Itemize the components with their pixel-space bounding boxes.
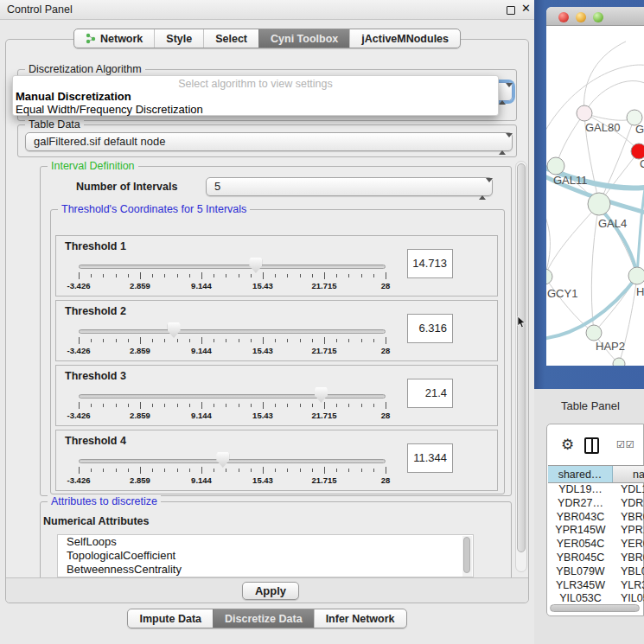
num-intervals-combobox[interactable]: 5 <box>206 177 493 196</box>
threshold-label: Threshold 4 <box>65 435 126 447</box>
cell-shared-name: YDR27… <box>548 497 613 511</box>
table-data-value: galFiltered.sif default node <box>34 135 165 148</box>
threshold-row: Threshold 1-3.4262.8599.14415.4321.71528… <box>55 235 498 296</box>
algorithm-group-title: Discretization Algorithm <box>25 63 145 75</box>
network-frame: GAL80G.CGAL11GAL4GCY1HHAP2 <box>534 0 644 389</box>
threshold-value-field[interactable]: 11.344 <box>407 443 453 473</box>
network-node[interactable] <box>588 193 610 215</box>
numerical-attributes-label: Numerical Attributes <box>43 515 149 527</box>
tab-discretize-data[interactable]: Discretize Data <box>213 609 314 628</box>
control-panel-tabs: NetworkStyleSelectCyni ToolboxjActiveMNo… <box>0 29 534 48</box>
cell-name: YDL19 <box>613 483 644 497</box>
scrollbar-thumb[interactable] <box>517 163 526 552</box>
table-row[interactable]: YDR27…YDR27 <box>548 497 644 511</box>
network-node[interactable] <box>547 157 564 175</box>
table-row[interactable]: YDL19…YDL19 <box>548 483 644 497</box>
network-node[interactable] <box>546 269 552 284</box>
node-table: shared… na YDL19…YDL19YDR27…YDR27YBR043C… <box>548 465 644 606</box>
float-window-icon[interactable] <box>507 6 515 15</box>
slider-thumb[interactable] <box>168 322 181 338</box>
network-node[interactable] <box>577 105 592 121</box>
table-header-row: shared… na <box>548 465 644 483</box>
tab-style[interactable]: Style <box>154 29 203 48</box>
tab-network[interactable]: Network <box>74 29 154 48</box>
combo-stepper-icon <box>499 136 507 153</box>
cell-shared-name: YBR043C <box>548 511 613 525</box>
algorithm-dropdown-popup: Select algorithm to view settings Manual… <box>12 75 499 116</box>
tab-label: Style <box>166 33 192 45</box>
tab-jactivemnodules[interactable]: jActiveMNodules <box>349 29 460 48</box>
attribute-list-item[interactable]: BetweennessCentrality <box>58 563 473 577</box>
tab-cyni-toolbox[interactable]: Cyni Toolbox <box>258 29 349 48</box>
network-edge[interactable] <box>637 156 644 275</box>
table-row[interactable]: YLR345WYLR34 <box>548 579 644 593</box>
tab-infer-network[interactable]: Infer Network <box>314 609 406 628</box>
table-panel: Table Panel ⚙ ☑☑ shared… na YDL19…YDL19Y… <box>534 389 644 644</box>
control-panel-titlebar: Control Panel ✕ <box>0 0 534 20</box>
zoom-traffic-light-icon[interactable] <box>593 12 603 22</box>
network-node[interactable] <box>613 358 625 366</box>
apply-button[interactable]: Apply <box>242 582 299 600</box>
tab-select[interactable]: Select <box>203 29 258 48</box>
table-data-combobox[interactable]: galFiltered.sif default node <box>25 132 513 151</box>
threshold-value-field[interactable]: 6.316 <box>407 314 453 343</box>
slider-track[interactable] <box>79 265 386 269</box>
algorithm-option[interactable]: Equal Width/Frequency Discretization <box>13 103 498 116</box>
close-traffic-light-icon[interactable] <box>558 12 569 22</box>
network-node[interactable] <box>586 325 602 341</box>
minimize-traffic-light-icon[interactable] <box>576 12 586 22</box>
slider-tick-labels: -3.4262.8599.14415.4321.71528 <box>79 346 386 356</box>
close-icon[interactable]: ✕ <box>521 2 531 15</box>
tab-label: Network <box>100 33 143 45</box>
tab-label: Infer Network <box>326 613 395 625</box>
cell-name: YPR14 <box>613 524 644 538</box>
slider-thumb[interactable] <box>315 387 328 403</box>
network-node[interactable] <box>628 267 644 284</box>
column-header-name[interactable]: na <box>613 466 644 482</box>
slider-thumb[interactable] <box>249 258 262 273</box>
threshold-value-field[interactable]: 14.713 <box>407 249 453 278</box>
columns-icon[interactable] <box>584 437 599 454</box>
gear-icon[interactable]: ⚙ <box>561 436 574 453</box>
threshold-value-field[interactable]: 21.4 <box>407 379 453 408</box>
table-row[interactable]: YBR043CYBR04 <box>548 511 644 525</box>
table-row[interactable]: YBL079WYBL07 <box>548 565 644 579</box>
table-row[interactable]: YBR045CYBR04 <box>548 552 644 565</box>
table-row[interactable]: YPR145WYPR14 <box>548 524 644 538</box>
slider-thumb[interactable] <box>216 452 229 468</box>
cell-name: YDR27 <box>613 497 644 511</box>
control-panel-scrollbar[interactable] <box>515 161 527 572</box>
tab-impute-data[interactable]: Impute Data <box>128 609 213 628</box>
dropdown-placeholder: Select algorithm to view settings <box>13 76 498 90</box>
slider-track[interactable] <box>79 394 386 399</box>
slider-ticks <box>79 272 386 280</box>
tab-label: Discretize Data <box>225 613 303 625</box>
cell-shared-name: YDL19… <box>548 483 613 497</box>
checkbox-icons[interactable]: ☑☑ <box>616 439 635 450</box>
network-window-titlebar[interactable] <box>546 7 644 26</box>
table-horizontal-scrollbar[interactable] <box>550 604 640 612</box>
cell-shared-name: YPR145W <box>548 524 613 538</box>
threshold-row: Threshold 2-3.4262.8599.14415.4321.71528… <box>55 300 498 361</box>
table-row[interactable]: YER054CYER05 <box>548 538 644 552</box>
cell-shared-name: YBL079W <box>548 565 613 579</box>
control-panel-title: Control Panel <box>7 3 73 16</box>
attribute-list-item[interactable]: SelfLoops <box>58 535 473 549</box>
slider-track[interactable] <box>79 329 386 334</box>
network-node-label: GAL80 <box>585 121 620 134</box>
attributes-scrollbar[interactable] <box>462 536 472 577</box>
slider-ticks <box>79 467 386 475</box>
cell-name: YBR04 <box>613 511 644 525</box>
slider-track[interactable] <box>79 459 386 463</box>
table-panel-title: Table Panel <box>561 399 620 412</box>
network-node-label: GAL11 <box>553 174 588 187</box>
slider-tick-labels: -3.4262.8599.14415.4321.71528 <box>79 281 386 291</box>
algorithm-option[interactable]: Manual Discretization <box>13 90 498 103</box>
column-header-shared[interactable]: shared… <box>548 466 613 482</box>
attribute-list-item[interactable]: TopologicalCoefficient <box>58 549 473 563</box>
network-node-label: G. <box>635 123 644 136</box>
cyni-bottom-tabs: Impute DataDiscretize DataInfer Network <box>0 609 534 628</box>
network-canvas[interactable]: GAL80G.CGAL11GAL4GCY1HHAP2 <box>546 26 644 366</box>
numerical-attributes-list[interactable]: SelfLoopsTopologicalCoefficientBetweenne… <box>57 534 474 577</box>
combo-stepper-icon <box>479 181 487 198</box>
